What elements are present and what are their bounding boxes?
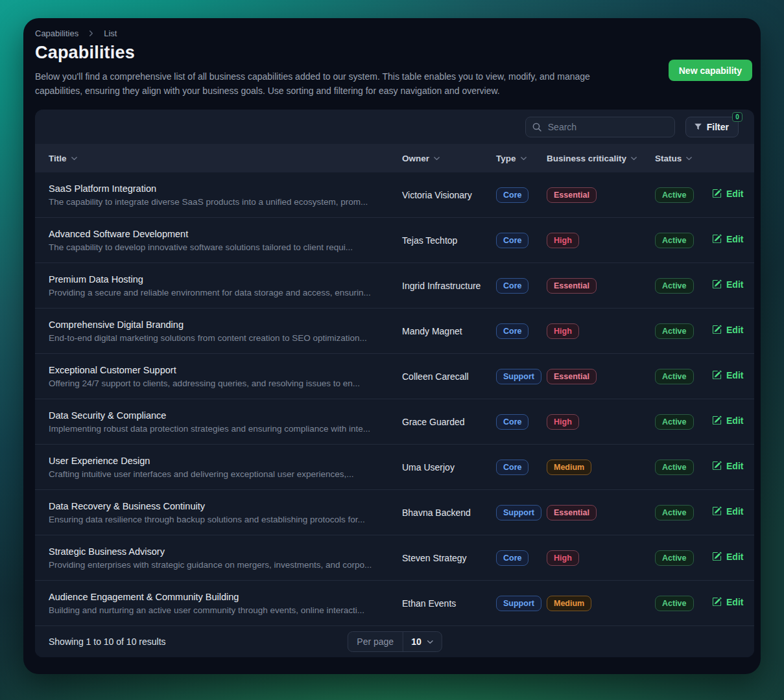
- capability-title: Premium Data Hosting: [49, 274, 402, 285]
- edit-label: Edit: [726, 415, 743, 426]
- funnel-icon: [694, 122, 702, 131]
- capability-description: The capability to integrate diverse SaaS…: [49, 197, 402, 207]
- chevron-down-icon: [433, 155, 440, 162]
- table-row: Audience Engagement & Community Building…: [35, 581, 754, 626]
- criticality-badge: Essential: [547, 187, 597, 203]
- edit-icon: [712, 325, 722, 334]
- edit-label: Edit: [726, 325, 743, 335]
- edit-button[interactable]: Edit: [712, 552, 743, 562]
- per-page-select[interactable]: Per page 10: [347, 631, 442, 652]
- edit-label: Edit: [726, 370, 743, 380]
- edit-label: Edit: [726, 461, 743, 471]
- status-badge: Active: [655, 233, 694, 248]
- criticality-badge: Essential: [547, 505, 597, 520]
- new-capability-button[interactable]: New capability: [669, 60, 752, 81]
- edit-label: Edit: [726, 234, 743, 244]
- edit-button[interactable]: Edit: [712, 234, 743, 244]
- status-badge: Active: [655, 323, 694, 339]
- capability-description: End-to-end digital marketing solutions f…: [49, 333, 402, 343]
- edit-icon: [712, 597, 722, 607]
- edit-button[interactable]: Edit: [712, 189, 743, 199]
- type-badge: Core: [496, 187, 529, 203]
- column-header-status[interactable]: Status: [655, 154, 712, 163]
- column-header-type[interactable]: Type: [496, 154, 547, 163]
- edit-label: Edit: [726, 279, 743, 290]
- capability-title: Comprehensive Digital Branding: [49, 320, 402, 330]
- capability-description: Providing a secure and reliable environm…: [49, 288, 402, 298]
- capability-description: Ensuring data resilience through backup …: [49, 515, 402, 524]
- edit-button[interactable]: Edit: [712, 279, 743, 290]
- table-row: Comprehensive Digital Branding End-to-en…: [35, 309, 754, 354]
- type-badge: Core: [496, 414, 529, 430]
- capability-description: Offering 24/7 support to clients, addres…: [49, 379, 402, 388]
- edit-label: Edit: [726, 189, 743, 199]
- criticality-badge: Medium: [547, 596, 591, 611]
- edit-icon: [712, 189, 722, 198]
- table-footer: Showing 1 to 10 of 10 results Per page 1…: [35, 626, 754, 657]
- breadcrumb: Capabilities List: [23, 18, 761, 38]
- criticality-badge: High: [547, 414, 579, 430]
- status-badge: Active: [655, 278, 694, 294]
- column-header-title[interactable]: Title: [35, 154, 402, 163]
- capabilities-table: Filter 0 Title Owner Type Business criti…: [35, 110, 754, 657]
- capability-title: User Experience Design: [49, 456, 402, 466]
- filter-label: Filter: [707, 122, 729, 132]
- owner-name: Colleen Carecall: [402, 371, 496, 382]
- results-summary: Showing 1 to 10 of 10 results: [35, 636, 166, 647]
- capability-description: Crafting intuitive user interfaces and d…: [49, 469, 402, 479]
- capability-description: Implementing robust data protection stra…: [49, 424, 402, 434]
- edit-icon: [712, 279, 722, 289]
- column-header-owner[interactable]: Owner: [402, 154, 496, 163]
- breadcrumb-root[interactable]: Capabilities: [35, 29, 78, 38]
- edit-icon: [712, 370, 722, 380]
- criticality-badge: High: [547, 550, 579, 566]
- edit-label: Edit: [726, 552, 743, 562]
- edit-button[interactable]: Edit: [712, 325, 743, 335]
- capability-title: Audience Engagement & Community Building: [49, 592, 402, 602]
- owner-name: Ingrid Infrastructure: [402, 281, 496, 291]
- edit-icon: [712, 461, 722, 471]
- type-badge: Core: [496, 323, 529, 339]
- page-title: Capabilities: [35, 43, 749, 63]
- type-badge: Support: [496, 505, 541, 520]
- table-header-row: Title Owner Type Business criticality St…: [35, 144, 754, 172]
- table-row: Strategic Business Advisory Providing en…: [35, 535, 754, 581]
- table-row: SaaS Platform Integration The capability…: [35, 172, 754, 218]
- table-row: User Experience Design Crafting intuitiv…: [35, 445, 754, 490]
- breadcrumb-current[interactable]: List: [104, 29, 117, 38]
- table-row: Data Recovery & Business Continuity Ensu…: [35, 490, 754, 535]
- edit-button[interactable]: Edit: [712, 597, 743, 607]
- table-toolbar: Filter 0: [35, 110, 754, 144]
- edit-button[interactable]: Edit: [712, 370, 743, 380]
- capability-description: Building and nurturing an active user co…: [49, 605, 402, 615]
- capability-title: Data Recovery & Business Continuity: [49, 501, 402, 511]
- type-badge: Core: [496, 278, 529, 294]
- edit-label: Edit: [726, 506, 743, 517]
- owner-name: Uma Userjoy: [402, 462, 496, 472]
- table-row: Data Security & Compliance Implementing …: [35, 399, 754, 445]
- status-badge: Active: [655, 460, 694, 475]
- chevron-down-icon: [520, 155, 527, 162]
- search-icon: [532, 122, 542, 132]
- search-box: [525, 117, 675, 137]
- chevron-down-icon: [685, 155, 693, 162]
- filter-button[interactable]: Filter 0: [685, 117, 739, 137]
- status-badge: Active: [655, 550, 694, 566]
- capability-description: Providing enterprises with strategic gui…: [49, 560, 402, 570]
- edit-icon: [712, 415, 722, 425]
- edit-icon: [712, 506, 722, 516]
- owner-name: Ethan Events: [402, 598, 496, 609]
- edit-button[interactable]: Edit: [712, 461, 743, 471]
- search-input[interactable]: [525, 117, 675, 137]
- owner-name: Grace Guarded: [402, 417, 496, 427]
- edit-icon: [712, 234, 722, 244]
- type-badge: Core: [496, 550, 529, 566]
- column-header-business-criticality[interactable]: Business criticality: [547, 154, 655, 163]
- criticality-badge: Essential: [547, 369, 597, 384]
- owner-name: Steven Strategy: [402, 553, 496, 563]
- owner-name: Mandy Magnet: [402, 326, 496, 336]
- owner-name: Tejas Techtop: [402, 235, 496, 246]
- table-row: Advanced Software Development The capabi…: [35, 218, 754, 263]
- edit-button[interactable]: Edit: [712, 415, 743, 426]
- edit-button[interactable]: Edit: [712, 506, 743, 517]
